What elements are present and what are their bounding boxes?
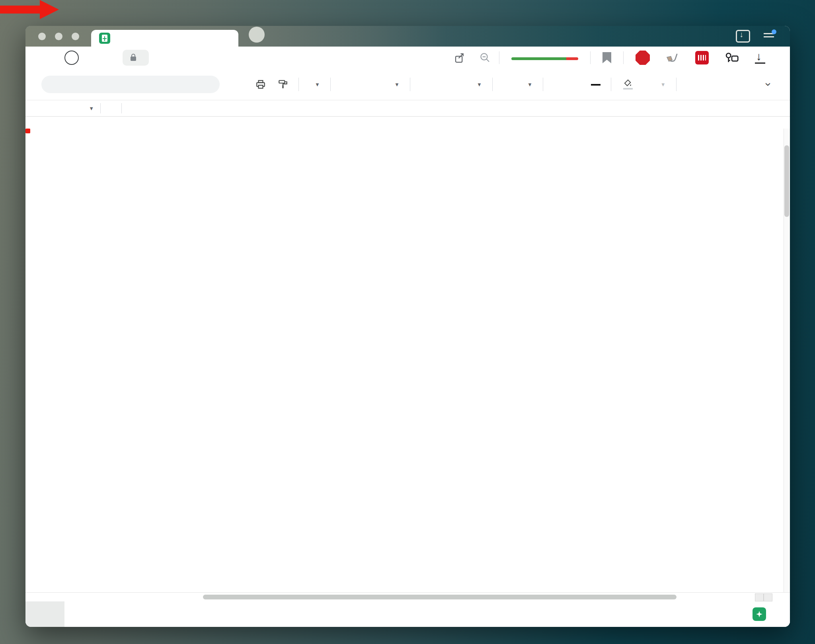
maximize-window-button[interactable]: [72, 33, 79, 40]
scroll-left-button[interactable]: [755, 593, 764, 601]
divider: [298, 78, 299, 91]
new-tab-button[interactable]: [249, 27, 265, 43]
font-select[interactable]: ▼: [422, 82, 482, 88]
paint-format-icon[interactable]: [278, 79, 288, 90]
download-icon[interactable]: [755, 52, 765, 64]
sheets-toolbar: ▼ ▼ ▼ ▼ ▼ ›: [25, 69, 790, 100]
merge-cells-button[interactable]: ▼: [657, 82, 666, 88]
address-bar[interactable]: [123, 50, 149, 66]
browser-tab[interactable]: [91, 30, 238, 47]
column-header-row: [25, 117, 790, 129]
window-controls[interactable]: [38, 33, 79, 40]
key-extension-icon[interactable]: [725, 51, 739, 64]
divider: [499, 51, 499, 64]
annotation-arrow: [0, 0, 59, 19]
name-box[interactable]: ▼: [25, 105, 100, 111]
fill-color-button[interactable]: [623, 79, 633, 90]
reviews-widget[interactable]: [511, 55, 578, 60]
zoom-out-icon[interactable]: [479, 52, 491, 64]
divider: [100, 103, 101, 113]
divider: [330, 78, 331, 91]
lock-icon: [131, 57, 136, 61]
divider: [410, 78, 410, 91]
sidebar-panel-icon[interactable]: [736, 30, 750, 43]
collapse-toolbar-icon[interactable]: ›: [762, 82, 774, 86]
scroll-right-button[interactable]: [764, 593, 772, 601]
vertical-scrollbar[interactable]: [784, 129, 790, 592]
minimize-window-button[interactable]: [55, 33, 62, 40]
barcode-extension-icon[interactable]: [695, 51, 709, 64]
google-sheets-icon: [99, 33, 110, 44]
browser-window: ▼ ▼ ▼ ▼ ▼ › ▼: [25, 26, 790, 627]
menu-search-input[interactable]: [41, 76, 220, 93]
print-icon[interactable]: [255, 79, 266, 90]
horizontal-scroll-thumb[interactable]: [203, 595, 677, 599]
horizontal-scrollbar[interactable]: [25, 592, 790, 601]
formula-bar: ▼: [25, 100, 790, 117]
bookmark-icon[interactable]: [602, 52, 611, 63]
reviews-rating-bar: [511, 57, 578, 60]
divider: [492, 78, 493, 91]
browser-navbar: [25, 47, 790, 69]
text-color-button[interactable]: [591, 83, 601, 86]
browser-menu-icon[interactable]: [764, 31, 776, 41]
divider: [543, 78, 543, 91]
vertical-scroll-thumb[interactable]: [784, 145, 789, 217]
spreadsheet-grid: [25, 117, 790, 592]
zoom-select[interactable]: ▼: [311, 82, 320, 88]
browser-tab-strip: [25, 26, 790, 47]
divider: [623, 51, 624, 64]
divider: [590, 51, 591, 64]
pipe-extension-icon[interactable]: [666, 51, 679, 64]
data-analysis-icon: [753, 607, 766, 621]
font-size-select[interactable]: ▼: [505, 82, 532, 88]
annotation-rectangle: [25, 129, 30, 133]
divider: [121, 103, 122, 113]
sheet-tabs-bar: [25, 601, 790, 627]
yandex-icon[interactable]: [64, 51, 79, 65]
sheet-tabs-right-panel: [64, 601, 790, 627]
data-analysis-button[interactable]: [753, 607, 772, 621]
divider: [676, 78, 677, 91]
share-icon[interactable]: [454, 52, 466, 64]
divider: [611, 78, 611, 91]
close-window-button[interactable]: [38, 33, 46, 40]
more-formats-button[interactable]: ▼: [390, 82, 400, 88]
adblock-extension-icon[interactable]: [636, 51, 650, 65]
